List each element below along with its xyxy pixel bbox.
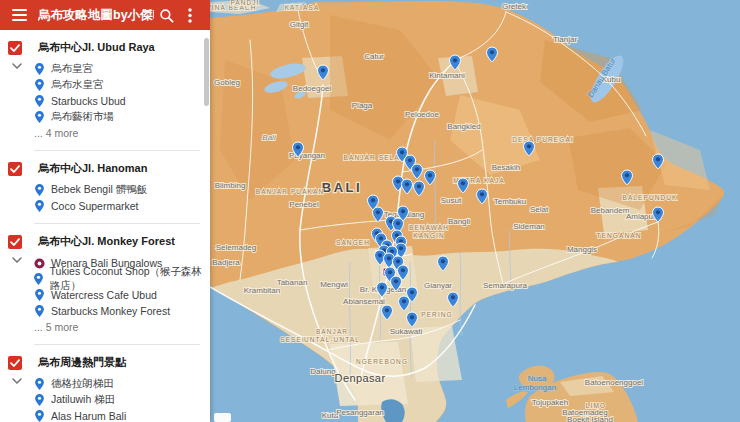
map-label: Peloedoe	[405, 110, 439, 119]
place-item[interactable]: 烏布藝術市場	[34, 109, 210, 125]
place-item[interactable]: 德格拉朗梯田	[34, 376, 210, 392]
map-label: Tabanan	[277, 278, 308, 287]
map-label: KATIASA	[285, 4, 320, 11]
show-more-link[interactable]: ... 4 more	[34, 125, 210, 141]
map-label: Bali	[262, 133, 276, 142]
place-pin-icon	[34, 63, 45, 75]
place-label: 烏布藝術市場	[51, 110, 114, 124]
place-label: Bebek Bengil 髒鴨飯	[51, 183, 147, 197]
map-label: BANJAR PUAKAN	[256, 188, 324, 195]
app-header: 烏布攻略地圖by小傑印尼	[0, 0, 210, 30]
layer-checkbox[interactable]	[8, 41, 22, 55]
map-title: 烏布攻略地圖by小傑印尼	[38, 7, 154, 24]
map-label: Boekit Island	[567, 415, 613, 422]
collapse-chevron-icon[interactable]	[0, 60, 34, 141]
map-label: PERING	[421, 311, 453, 318]
map-label: BALEPUNDUK	[622, 194, 677, 201]
search-icon[interactable]	[154, 3, 178, 27]
map-label: Penebel	[289, 200, 319, 209]
map-label: Selemadeg	[216, 243, 256, 252]
sidebar: 烏布攻略地圖by小傑印尼 烏布中心Jl. Ubud Raya烏布皇宮烏布水皇宮S…	[0, 0, 210, 422]
layer-title[interactable]: 烏布中心Jl. Hanoman	[38, 161, 147, 176]
layer-title[interactable]: 烏布中心Jl. Monkey Forest	[38, 234, 175, 249]
map-label: Semarapura	[483, 281, 528, 290]
map-label: NGEREBONG	[356, 358, 408, 365]
collapse-chevron-icon[interactable]	[0, 375, 34, 422]
map-label: Kintamani	[429, 71, 465, 80]
map-label: Sideman	[513, 222, 545, 231]
map-label: SANGEH	[336, 239, 370, 246]
map-label: Gobleg	[214, 78, 240, 87]
place-pin-icon	[34, 95, 45, 107]
place-pin-icon	[34, 394, 45, 406]
layer-section: 烏布中心Jl. Monkey ForestWenara Bali Bungalo…	[0, 224, 210, 345]
map-label: Bedoegoel	[293, 84, 331, 93]
place-pin-icon	[34, 378, 45, 390]
place-item[interactable]: Starbucks Monkey Forest	[34, 303, 210, 319]
layer-checkbox[interactable]	[8, 235, 22, 249]
place-item[interactable]: Starbucks Ubud	[34, 93, 210, 109]
place-label: Alas Harum Bali	[51, 410, 126, 422]
place-label: 烏布水皇宮	[51, 78, 104, 92]
map-label: Abiansemal	[343, 297, 385, 306]
map-label: Plaga	[352, 101, 373, 110]
layer-section: 烏布中心Jl. HanomanBebek Bengil 髒鴨飯Coco Supe…	[0, 151, 210, 224]
map-label: Tembuku	[494, 197, 526, 206]
chevron-spacer	[0, 181, 34, 214]
kebab-menu-icon[interactable]	[178, 3, 202, 27]
map-label: BENAWAH	[409, 224, 449, 231]
map-label: Krambitan	[244, 286, 280, 295]
place-label: Jatiluwih 梯田	[51, 393, 115, 407]
map-label: Batoenoenggoel	[585, 378, 644, 387]
map-label: Pesanggaran	[336, 408, 384, 417]
map-label: BANJAR	[316, 328, 348, 335]
place-item[interactable]: Jatiluwih 梯田	[34, 392, 210, 408]
place-item[interactable]: 烏布水皇宮	[34, 77, 210, 93]
map-label: BALI	[322, 180, 362, 195]
map-label: DESA PUREGAI	[512, 136, 574, 143]
place-item[interactable]: Tukies Coconut Shop（猴子森林路店）	[34, 271, 210, 287]
map-label: Tojupakeh	[532, 398, 568, 407]
map-label: Selat	[530, 205, 549, 214]
map-label: Lembongan	[514, 383, 556, 392]
map-label: Gianyar	[424, 281, 452, 290]
map-label: Manggis	[567, 245, 597, 254]
layer-section: 烏布周邊熱門景點德格拉朗梯田Jatiluwih 梯田Alas Harum Bal…	[0, 345, 210, 422]
place-item[interactable]: Alas Harum Bali	[34, 408, 210, 422]
map-label: Gitgit	[290, 20, 309, 29]
map-label: Nusa	[528, 374, 547, 383]
layer-checkbox[interactable]	[8, 356, 22, 370]
hamburger-icon[interactable]	[8, 4, 34, 26]
place-label: Coco Supermarket	[51, 200, 139, 212]
place-pin-icon	[34, 410, 45, 422]
map-svg: LOVINA BEACHPANDJIKATIASAGitgitGretekTia…	[210, 0, 740, 422]
place-item[interactable]: Coco Supermarket	[34, 198, 210, 214]
map-label: Mengwi	[320, 280, 348, 289]
map-label: Bebandem	[591, 206, 630, 215]
show-more-link[interactable]: ... 5 more	[34, 319, 210, 335]
place-label: 德格拉朗梯田	[51, 377, 114, 391]
map-label: Tianjar	[553, 35, 577, 44]
place-label: 烏布皇宮	[51, 62, 93, 76]
map-label: Badjera	[212, 258, 240, 267]
collapse-chevron-icon[interactable]	[0, 254, 34, 335]
sidebar-scrollbar[interactable]	[204, 38, 209, 106]
map-canvas[interactable]: LOVINA BEACHPANDJIKATIASAGitgitGretekTia…	[210, 0, 740, 422]
map-label: Bangli	[448, 217, 470, 226]
layer-checkbox[interactable]	[8, 162, 22, 176]
map-label: Dalung	[310, 367, 335, 376]
map-label: UNTAL-UNTAL	[304, 336, 360, 343]
lodging-pin-icon	[34, 258, 45, 269]
map-label: TENGANAN	[597, 232, 642, 239]
place-item[interactable]: Bebek Bengil 髒鴨飯	[34, 182, 210, 198]
map-label: Denpasar	[335, 372, 386, 384]
map-label: Besakih	[492, 163, 520, 172]
layer-title[interactable]: 烏布周邊熱門景點	[38, 355, 126, 370]
map-label: Bangkled	[447, 122, 480, 131]
layer-title[interactable]: 烏布中心Jl. Ubud Raya	[38, 40, 155, 55]
map-label: KANGIN	[413, 232, 445, 239]
map-control-partial[interactable]	[214, 413, 231, 422]
place-pin-icon	[34, 200, 45, 212]
place-item[interactable]: 烏布皇宮	[34, 61, 210, 77]
map-label: PANDJI	[230, 0, 259, 6]
